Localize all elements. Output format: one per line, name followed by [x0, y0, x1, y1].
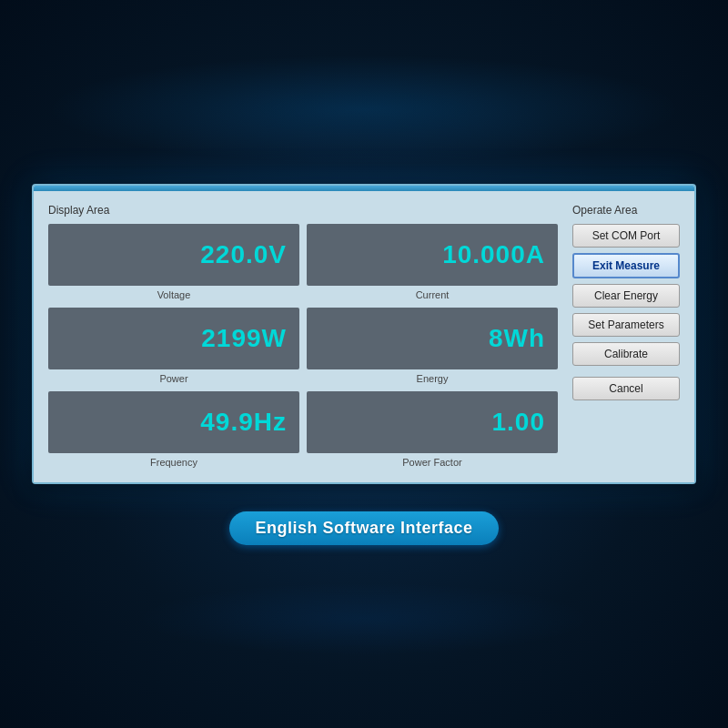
meters-grid: 220.0V Voltage 10.000A Current 2199W	[48, 224, 558, 468]
energy-value: 8Wh	[489, 324, 545, 353]
energy-display: 8Wh	[307, 308, 558, 369]
window-body: Display Area 220.0V Voltage 10.000A Curr…	[34, 191, 694, 482]
exit-measure-button[interactable]: Exit Measure	[572, 253, 680, 278]
operate-area-label: Operate Area	[572, 204, 680, 217]
frequency-display: 49.9Hz	[48, 391, 299, 453]
voltage-cell: 220.0V Voltage	[48, 224, 299, 300]
display-area-label: Display Area	[48, 204, 558, 217]
set-com-port-button[interactable]: Set COM Port	[572, 224, 680, 248]
power-label: Power	[159, 373, 187, 384]
power-cell: 2199W Power	[48, 308, 299, 384]
frequency-value: 49.9Hz	[200, 408, 287, 437]
calibrate-button[interactable]: Calibrate	[572, 342, 680, 366]
power-factor-label: Power Factor	[402, 457, 461, 468]
power-value: 2199W	[201, 324, 287, 353]
voltage-label: Voltage	[157, 289, 191, 300]
set-parameters-button[interactable]: Set Parameters	[572, 313, 680, 337]
button-group: Set COM Port Exit Measure Clear Energy S…	[572, 224, 680, 400]
clear-energy-button[interactable]: Clear Energy	[572, 284, 680, 308]
current-cell: 10.000A Current	[307, 224, 558, 300]
current-display: 10.000A	[307, 224, 558, 286]
voltage-value: 220.0V	[200, 240, 287, 269]
current-label: Current	[416, 289, 450, 300]
frequency-cell: 49.9Hz Frequency	[48, 391, 299, 468]
frequency-label: Frequency	[150, 457, 197, 468]
power-display: 2199W	[48, 308, 299, 369]
cancel-button[interactable]: Cancel	[572, 377, 680, 400]
energy-label: Energy	[417, 373, 449, 384]
main-window: Display Area 220.0V Voltage 10.000A Curr…	[32, 184, 696, 484]
energy-cell: 8Wh Energy	[307, 308, 558, 384]
current-value: 10.000A	[442, 240, 545, 269]
power-factor-cell: 1.00 Power Factor	[307, 391, 558, 468]
power-factor-value: 1.00	[492, 408, 546, 437]
power-factor-display: 1.00	[307, 391, 558, 453]
display-area: Display Area 220.0V Voltage 10.000A Curr…	[48, 204, 558, 468]
operate-area: Operate Area Set COM Port Exit Measure C…	[572, 204, 680, 468]
voltage-display: 220.0V	[48, 224, 299, 286]
footer-container: English Software Interface	[229, 511, 498, 545]
footer-label: English Software Interface	[229, 511, 498, 545]
